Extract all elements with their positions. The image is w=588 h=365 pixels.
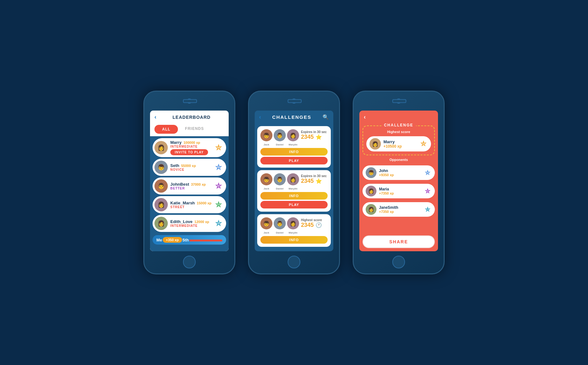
opponent-name: Maria [379, 187, 421, 191]
winner-name: Marry [383, 139, 416, 144]
rank-badge-opp-2: ☆ 3 [423, 187, 432, 195]
avatar: 👩 [154, 141, 168, 154]
lb-entry-name: Edith_Love [170, 219, 193, 224]
opponent-xp: +9350 xp [379, 173, 421, 177]
avatar-labels: Jack Daniel Marylin [260, 187, 328, 190]
opponent-row: 👦 John +9350 xp ☆ 2 [363, 165, 435, 180]
lb-entry-info: Katie_Marsh 15000 xp STREET [170, 201, 212, 209]
avatar: 👩 [287, 217, 299, 229]
player-label: Daniel [274, 231, 286, 234]
lb-entry-level: INTERMEDIATE [170, 145, 212, 148]
share-button[interactable]: SHARE [363, 235, 435, 248]
tab-friends[interactable]: FRIENDS [180, 125, 208, 134]
lb-entry-level: NOVICE [170, 168, 212, 171]
leaderboard-list: 👩 Marry 100000 xp INTERMEDIATE INVITE TO… [150, 136, 229, 234]
player-label: Marylin [287, 231, 299, 234]
info-button[interactable]: INFO [260, 148, 328, 156]
avatar: 👩 [154, 217, 168, 230]
challenge-score: 2345 [301, 134, 314, 140]
avatar: 👩 [366, 204, 376, 215]
lb-entry-xp: 55000 xp [181, 164, 196, 168]
player-label: Daniel [274, 143, 286, 146]
play-button[interactable]: PLAY [260, 157, 328, 164]
back-button-ch[interactable]: ‹ [259, 114, 261, 120]
rank-badge-5: ☆ 5 [214, 219, 223, 228]
back-button-lb[interactable]: ‹ [154, 114, 156, 120]
player-label: Jack [260, 231, 272, 234]
avatar: 👦 [260, 217, 272, 229]
player-label: Marylin [287, 143, 299, 146]
challenge-expires: Expires in 30 sec [301, 130, 328, 134]
challenges-list: 👦 👨 👩 Expires in 30 sec 2345 ⭐ [255, 124, 333, 249]
rank-badge-2: ☆ 2 [214, 163, 223, 172]
avatar: 👩 [287, 173, 299, 185]
avatar-labels: Jack Daniel Marylin [260, 231, 328, 234]
leaderboard-screen: ‹ LEADERBOARD ALL FRIENDS 👩 Marry [150, 111, 229, 251]
lb-entry-info: JohnBest 37000 xp BETTER [170, 182, 212, 190]
progress-bar [189, 240, 222, 241]
phone-leaderboard: ‹ LEADERBOARD ALL FRIENDS 👩 Marry [143, 91, 235, 274]
home-button-3[interactable] [392, 256, 405, 268]
home-button-1[interactable] [183, 256, 196, 268]
info-button[interactable]: INFO [260, 192, 328, 200]
lb-entry-info: Edith_Love 12000 xp INTERMEDIATE [170, 219, 212, 227]
challenge-card: 👦 👨 👩 Expires in 30 sec 2345 ⭐ [257, 170, 331, 212]
rank-badge-1: ☆ 1 [214, 143, 223, 152]
detail-header: ‹ [359, 111, 438, 123]
info-button[interactable]: INFO [260, 236, 328, 244]
challenges-header: ‹ CHALLENGES 🔍 [255, 111, 333, 124]
challenge-card: 👦 👨 👩 Expires in 30 sec 2345 ⭐ [257, 126, 331, 168]
home-button-2[interactable] [288, 256, 300, 268]
player-label: Jack [260, 143, 272, 146]
player-label: Daniel [274, 187, 286, 190]
leaderboard-title: LEADERBOARD [159, 115, 224, 120]
challenge-expires: Expires in 30 sec [301, 174, 328, 178]
phone-challenges: ‹ CHALLENGES 🔍 👦 👨 👩 [248, 91, 340, 274]
avatar: 👦 [260, 129, 272, 141]
invite-to-play-button[interactable]: INVITE TO PLAY [170, 149, 208, 155]
star-icon: ⭐ [316, 134, 322, 140]
opponent-name: JaneSmith [379, 205, 421, 210]
avatar-labels: Jack Daniel Marylin [260, 143, 328, 146]
avatar: 👨 [154, 179, 168, 193]
me-xp-badge: +350 xp [163, 237, 182, 243]
winner-xp: +10500 xp [383, 144, 416, 149]
lb-entry-name: JohnBest [170, 182, 189, 187]
challenge-box: CHALLENGE Highest score 👩 Marry +10500 x… [363, 125, 435, 155]
opponent-xp: +7350 xp [379, 191, 421, 195]
challenge-card: 👦 👨 👩 Highest score 2345 🕐 [257, 214, 331, 247]
table-row: 👩 Edith_Love 12000 xp INTERMEDIATE ☆ 5 [153, 215, 226, 232]
challenge-detail-main: CHALLENGE Highest score 👩 Marry +10500 x… [359, 123, 438, 235]
table-row: 👩 Marry 100000 xp INTERMEDIATE INVITE TO… [153, 138, 226, 157]
star-icon: ⭐ [316, 178, 322, 184]
avatar: 👦 [154, 161, 168, 174]
table-row: 👩 Katie_Marsh 15000 xp STREET ☆ 4 [153, 196, 226, 213]
challenge-box-label: CHALLENGE [382, 123, 416, 127]
challenge-subtitle: Highest score [366, 130, 431, 134]
challenge-meta: Expires in 30 sec 2345 ⭐ [301, 130, 328, 140]
lb-entry-xp: 15000 xp [197, 201, 211, 205]
leaderboard-header: ‹ LEADERBOARD [150, 111, 229, 123]
clock-icon: 🕐 [316, 222, 322, 228]
me-label: Me [156, 238, 162, 242]
play-button[interactable]: PLAY [260, 201, 328, 208]
winner-row: 👩 Marry +10500 xp ☆ 1 [366, 136, 431, 151]
challenge-detail-screen: ‹ CHALLENGE Highest score 👩 Marry +10500… [359, 111, 438, 251]
opponent-row: 👩 JaneSmith +7350 xp ☆ 4 [363, 202, 435, 217]
avatar: 👩 [287, 129, 299, 141]
lb-entry-name: Katie_Marsh [170, 201, 195, 205]
search-icon[interactable]: 🔍 [323, 114, 329, 120]
challenge-meta: Expires in 30 sec 2345 ⭐ [301, 174, 328, 184]
leaderboard-tabs: ALL FRIENDS [150, 123, 229, 136]
challenge-score: 2345 [301, 178, 314, 184]
avatar: 👦 [366, 167, 376, 178]
lb-entry-level: BETTER [170, 187, 212, 190]
avatar: 👩 [366, 186, 376, 196]
lb-entry-info: Marry 100000 xp INTERMEDIATE INVITE TO P… [170, 140, 212, 155]
avatar: 👦 [260, 173, 272, 185]
opponents-label: Opponents [363, 158, 435, 162]
back-button-cd[interactable]: ‹ [364, 114, 366, 120]
tab-all[interactable]: ALL [154, 125, 178, 134]
lb-entry-info: Seth 55000 xp NOVICE [170, 163, 212, 171]
challenge-score: 2345 [301, 222, 314, 228]
